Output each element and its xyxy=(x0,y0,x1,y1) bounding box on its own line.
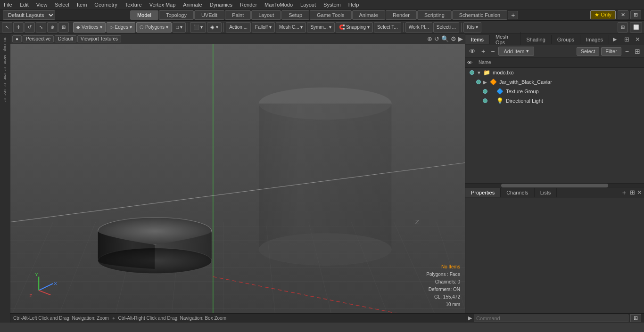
tab-topology[interactable]: Topology xyxy=(159,10,194,20)
menu-texture[interactable]: Texture xyxy=(121,1,146,8)
add-item-button[interactable]: Add Item ▾ xyxy=(498,47,534,56)
component-mode-button[interactable]: □ ▾ xyxy=(173,22,186,32)
scale-button[interactable]: ⤡ xyxy=(36,22,46,32)
menu-maxtomodo[interactable]: MaxToModo xyxy=(261,1,297,8)
sidebar-3d[interactable]: 3D xyxy=(2,36,8,42)
viewport-type[interactable]: Perspective xyxy=(23,35,54,42)
rotate-button[interactable]: ↺ xyxy=(25,22,35,32)
menu-view[interactable]: View xyxy=(33,1,51,8)
remove-icon[interactable]: − xyxy=(489,48,496,55)
props-resize-icon[interactable]: ⊞ xyxy=(630,189,635,196)
items-scrollbar[interactable] xyxy=(465,183,644,187)
selection-sets-button[interactable]: Selecti ... xyxy=(433,22,459,32)
tab-properties[interactable]: Properties xyxy=(465,188,501,197)
tab-images[interactable]: Images xyxy=(580,35,609,44)
menu-help[interactable]: Help xyxy=(345,1,363,8)
sidebar-dup[interactable]: Dup. xyxy=(2,43,8,53)
menu-layout[interactable]: Layout xyxy=(297,1,320,8)
item-expand-toggle[interactable]: ▼ xyxy=(477,70,483,75)
mirror-button[interactable]: ⊞ xyxy=(58,22,69,32)
item-visibility[interactable] xyxy=(480,89,490,94)
tab-mesh-ops[interactable]: Mesh Ops xyxy=(490,32,521,47)
viewport-canvas[interactable]: Z Z Y X No Items Polygons : Face Channel… xyxy=(10,44,465,313)
viewport-style[interactable]: Default xyxy=(55,35,76,42)
list-item[interactable]: 💡 Directional Light xyxy=(465,96,644,105)
menu-dynamics[interactable]: Dynamics xyxy=(206,1,236,8)
tab-uvedit[interactable]: UVEdit xyxy=(194,10,224,20)
menu-edit[interactable]: Edit xyxy=(16,1,33,8)
tab-shading[interactable]: Shading xyxy=(520,35,551,44)
command-go-button[interactable]: ⊞ xyxy=(630,314,641,322)
viewport-rotate-icon[interactable]: ↺ xyxy=(434,35,439,42)
tab-items[interactable]: Items xyxy=(465,35,490,44)
sidebar-c[interactable]: C: xyxy=(2,82,8,88)
menu-select[interactable]: Select xyxy=(51,1,73,8)
item-expand-toggle[interactable]: ▶ xyxy=(483,80,490,85)
visibility-icon[interactable]: 👁 xyxy=(467,48,478,55)
menu-geometry[interactable]: Geometry xyxy=(91,1,121,8)
material-button[interactable]: ◉ ▾ xyxy=(207,22,222,32)
tab-scripting[interactable]: Scripting xyxy=(417,10,452,20)
render-preview-button[interactable]: ⬛ ▾ xyxy=(190,22,206,32)
sidebar-mesh[interactable]: Mesh xyxy=(2,54,8,65)
tab-schematic-fusion[interactable]: Schematic Fusion xyxy=(452,10,507,20)
action-button[interactable]: Action ... xyxy=(226,22,251,32)
kits-button[interactable]: Kits ▾ xyxy=(463,22,481,32)
vertices-button[interactable]: ◆ Vertices ▾ xyxy=(73,22,106,32)
panel-resize-btn[interactable]: ⊞ xyxy=(622,36,631,43)
select-tool-btn[interactable]: Select T... xyxy=(374,22,401,32)
menu-file[interactable]: File xyxy=(0,1,16,8)
tab-model[interactable]: Model xyxy=(130,10,158,20)
menu-system[interactable]: System xyxy=(320,1,345,8)
menu-vertex-map[interactable]: Vertex Map xyxy=(146,1,180,8)
list-item[interactable]: ▶ 🔶 Jar_with_Black_Caviar xyxy=(465,77,644,87)
translate-button[interactable]: ✛ xyxy=(13,22,24,32)
edges-button[interactable]: ▷ Edges ▾ xyxy=(107,22,135,32)
mesh-component-button[interactable]: Mesh C... ▾ xyxy=(276,22,306,32)
props-close-icon[interactable]: ✕ xyxy=(637,189,642,196)
viewport-zoom-icon[interactable]: 🔍 xyxy=(441,35,449,42)
menu-render[interactable]: Render xyxy=(236,1,261,8)
item-visibility[interactable] xyxy=(467,70,477,75)
add-icon[interactable]: + xyxy=(479,48,487,55)
tab-render[interactable]: Render xyxy=(386,10,417,20)
layout-dropdown[interactable]: Default Layouts xyxy=(3,10,55,20)
menu-item[interactable]: Item xyxy=(73,1,91,8)
snapping-button[interactable]: 🧲 Snapping ▾ xyxy=(336,22,373,32)
transform-button[interactable]: ⊕ xyxy=(47,22,58,32)
tab-channels[interactable]: Channels xyxy=(501,188,534,197)
menu-animate[interactable]: Animate xyxy=(179,1,206,8)
viewport-layout-button[interactable]: ⊞ xyxy=(618,22,628,32)
viewport-arrow-icon[interactable]: ▶ xyxy=(458,35,463,42)
tab-lists[interactable]: Lists xyxy=(535,188,557,197)
work-plane-button[interactable]: Work Pl... xyxy=(405,22,432,32)
panel-close-btn[interactable]: ✕ xyxy=(633,36,642,43)
list-item[interactable]: ▼ 📁 modo.lxo xyxy=(465,68,644,77)
add-properties-tab-button[interactable]: + xyxy=(619,189,630,196)
tab-animate[interactable]: Animate xyxy=(352,10,385,20)
sidebar-f[interactable]: F: xyxy=(2,97,8,103)
filter-button[interactable]: Filter xyxy=(601,47,621,56)
scroll-thumb[interactable] xyxy=(501,184,608,187)
tab-gametools[interactable]: Game Tools xyxy=(310,10,352,20)
falloff-button[interactable]: Falloff ▾ xyxy=(252,22,275,32)
sidebar-pol[interactable]: Pol: xyxy=(2,73,8,81)
select-tool-button[interactable]: ↖ xyxy=(2,22,12,32)
tab-layout[interactable]: Layout xyxy=(251,10,281,20)
item-visibility[interactable] xyxy=(480,98,490,103)
items-minus-icon[interactable]: − xyxy=(623,48,631,55)
close-layout-button[interactable]: ✕ xyxy=(618,10,628,19)
viewport-dot[interactable]: ● xyxy=(12,35,22,42)
viewport-display-mode[interactable]: Viewport Textures xyxy=(77,35,121,42)
tab-paint[interactable]: Paint xyxy=(225,10,251,20)
star-only-button[interactable]: ★ Only xyxy=(590,10,616,19)
polygons-button[interactable]: ⬡ Polygons ▾ xyxy=(136,22,172,32)
viewport-settings-icon[interactable]: ⚙ xyxy=(451,35,456,42)
panel-tab-more[interactable]: ▶ xyxy=(609,34,620,44)
tab-setup[interactable]: Setup xyxy=(281,10,309,20)
sidebar-uv[interactable]: UV: xyxy=(2,89,8,97)
viewport-fit-icon[interactable]: ⊕ xyxy=(427,35,432,42)
select-button[interactable]: Select xyxy=(577,47,600,56)
items-expand-icon[interactable]: ⊞ xyxy=(633,48,642,55)
list-item[interactable]: 🔷 Texture Group xyxy=(465,87,644,96)
